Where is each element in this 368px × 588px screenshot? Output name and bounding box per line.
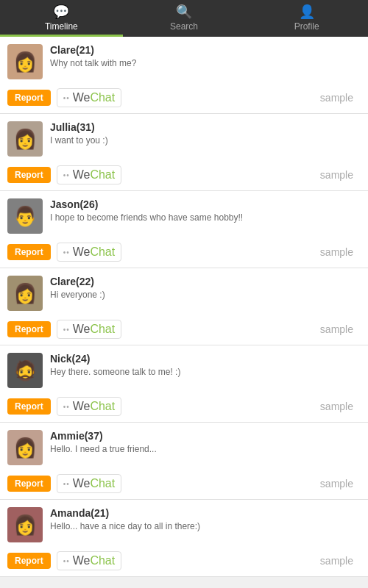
- wechat-button[interactable]: •• WeChat: [57, 397, 122, 416]
- sample-text: sample: [320, 323, 361, 335]
- nav-tab-search[interactable]: 🔍 Search: [123, 0, 246, 37]
- profile-item: 👩 Ammie(37) Hello. I need a true friend.…: [0, 423, 368, 500]
- wechat-logo: WeChat: [73, 477, 116, 490]
- profile-info: Jason(26) I hope to become friends who h…: [50, 198, 361, 223]
- profile-header: 👩 Amanda(21) Hello... have a nice day to…: [7, 507, 361, 542]
- wechat-button[interactable]: •• WeChat: [57, 474, 122, 493]
- profile-item: 👩 Clare(22) Hi everyone :) Report •• WeC…: [0, 268, 368, 345]
- sample-text: sample: [320, 246, 361, 258]
- sample-text: sample: [320, 169, 361, 181]
- avatar-emoji: 👩: [7, 44, 43, 79]
- timeline-icon: 💬: [53, 4, 69, 20]
- nav-tab-timeline[interactable]: 💬 Timeline: [0, 0, 123, 37]
- nav-label-timeline: Timeline: [45, 21, 78, 32]
- profile-item: 👩 Clare(21) Why not talk with me? Report…: [0, 37, 368, 114]
- wechat-button[interactable]: •• WeChat: [57, 88, 122, 107]
- wechat-button[interactable]: •• WeChat: [57, 320, 122, 339]
- avatar: 👩: [7, 430, 43, 465]
- wechat-logo: WeChat: [73, 245, 116, 259]
- wechat-we: We: [73, 554, 91, 567]
- avatar: 👩: [7, 276, 43, 311]
- profile-icon: 👤: [299, 4, 315, 20]
- report-button[interactable]: Report: [7, 321, 51, 337]
- avatar: 👩: [7, 507, 43, 542]
- nav-tab-profile[interactable]: 👤 Profile: [245, 0, 368, 37]
- nav-label-search: Search: [170, 21, 198, 32]
- report-button[interactable]: Report: [7, 476, 51, 492]
- wechat-dots: ••: [63, 480, 70, 488]
- wechat-chat-text: Chat: [90, 477, 115, 490]
- wechat-dots: ••: [63, 403, 70, 411]
- wechat-we: We: [73, 400, 91, 412]
- wechat-logo: WeChat: [73, 400, 116, 413]
- profile-actions: Report •• WeChat sample: [7, 238, 361, 268]
- avatar-emoji: 👩: [7, 121, 43, 157]
- report-button[interactable]: Report: [7, 90, 51, 106]
- avatar: 👩: [7, 44, 43, 79]
- profile-info: Jullia(31) I want to you :): [50, 121, 361, 146]
- profile-name: Ammie(37): [50, 430, 361, 442]
- profile-name: Amanda(21): [50, 507, 361, 519]
- wechat-we: We: [73, 245, 91, 258]
- avatar: 👨: [7, 198, 43, 234]
- report-button[interactable]: Report: [7, 167, 51, 183]
- profile-message: I want to you :): [50, 135, 361, 146]
- profile-item: 👩 Jullia(31) I want to you :) Report •• …: [0, 114, 368, 191]
- wechat-chat-text: Chat: [90, 168, 115, 181]
- avatar: 👩: [7, 121, 43, 157]
- profile-name: Clare(22): [50, 276, 361, 287]
- avatar-emoji: 👩: [7, 276, 43, 311]
- profile-message: Hi everyone :): [50, 290, 361, 300]
- wechat-dots: ••: [63, 557, 70, 565]
- profile-actions: Report •• WeChat sample: [7, 547, 361, 576]
- wechat-dots: ••: [63, 94, 70, 102]
- wechat-button[interactable]: •• WeChat: [57, 551, 122, 570]
- wechat-button[interactable]: •• WeChat: [57, 243, 122, 262]
- profile-message: I hope to become friends who have same h…: [50, 212, 361, 223]
- profile-header: 👩 Clare(22) Hi everyone :): [7, 276, 361, 311]
- profile-header: 👩 Clare(21) Why not talk with me?: [7, 44, 361, 79]
- sample-text: sample: [320, 555, 361, 567]
- wechat-dots: ••: [63, 326, 70, 334]
- profile-actions: Report •• WeChat sample: [7, 161, 361, 190]
- profile-actions: Report •• WeChat sample: [7, 315, 361, 345]
- avatar-emoji: 🧔: [7, 353, 43, 388]
- profile-message: Hello... have a nice day to all in there…: [50, 521, 361, 531]
- profile-name: Nick(24): [50, 353, 361, 365]
- wechat-chat-text: Chat: [90, 554, 115, 567]
- wechat-chat-text: Chat: [90, 91, 115, 104]
- profile-list: 👩 Clare(21) Why not talk with me? Report…: [0, 37, 368, 577]
- wechat-dots: ••: [63, 248, 70, 257]
- wechat-chat-text: Chat: [90, 323, 115, 335]
- wechat-button[interactable]: •• WeChat: [57, 165, 122, 184]
- profile-name: Jason(26): [50, 198, 361, 210]
- sample-text: sample: [320, 401, 361, 412]
- profile-header: 🧔 Nick(24) Hey there. someone talk to me…: [7, 353, 361, 388]
- profile-message: Why not talk with me?: [50, 58, 361, 68]
- top-navigation: 💬 Timeline 🔍 Search 👤 Profile: [0, 0, 368, 37]
- wechat-dots: ••: [63, 171, 70, 179]
- wechat-we: We: [73, 91, 91, 104]
- sample-text: sample: [320, 92, 361, 104]
- profile-actions: Report •• WeChat sample: [7, 470, 361, 499]
- profile-item: 🧔 Nick(24) Hey there. someone talk to me…: [0, 345, 368, 423]
- avatar-emoji: 👨: [7, 198, 43, 234]
- profile-header: 👩 Ammie(37) Hello. I need a true friend.…: [7, 430, 361, 465]
- profile-info: Clare(22) Hi everyone :): [50, 276, 361, 300]
- wechat-logo: WeChat: [73, 168, 116, 182]
- wechat-logo: WeChat: [73, 323, 116, 336]
- wechat-we: We: [73, 168, 91, 181]
- search-icon: 🔍: [176, 4, 192, 20]
- avatar-emoji: 👩: [7, 430, 43, 465]
- wechat-we: We: [73, 323, 91, 335]
- profile-header: 👨 Jason(26) I hope to become friends who…: [7, 198, 361, 234]
- profile-name: Jullia(31): [50, 121, 361, 133]
- report-button[interactable]: Report: [7, 244, 51, 260]
- report-button[interactable]: Report: [7, 553, 51, 569]
- nav-label-profile: Profile: [294, 21, 319, 32]
- report-button[interactable]: Report: [7, 398, 51, 415]
- profile-info: Nick(24) Hey there. someone talk to me! …: [50, 353, 361, 377]
- profile-message: Hey there. someone talk to me! :): [50, 367, 361, 377]
- profile-info: Amanda(21) Hello... have a nice day to a…: [50, 507, 361, 531]
- profile-actions: Report •• WeChat sample: [7, 392, 361, 422]
